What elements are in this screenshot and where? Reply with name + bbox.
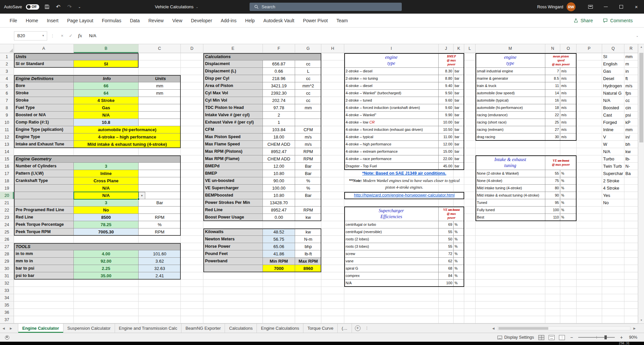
column-header-P[interactable]: P [577,44,602,53]
cell-B11[interactable]: automobile (hi-performance) [74,126,181,133]
bmep-table-row-unit[interactable]: bar [454,133,464,141]
tuning-table-row-value[interactable]: 95 [545,199,560,207]
cell-G15[interactable]: RPM [295,155,321,163]
cell-C22[interactable] [139,207,181,214]
cell-G27[interactable]: bhp [295,243,321,250]
row-header-36[interactable]: 36 [0,309,14,316]
row-header-25[interactable]: 25 [0,228,14,236]
header-info[interactable]: Info [74,75,139,82]
cell-E21[interactable]: Power Strokes Per Min [203,199,263,207]
cell-A29[interactable]: mm to in [14,258,74,265]
supercharger-table-row-value[interactable]: 55 [439,228,454,236]
row-header-19[interactable]: 19 [0,185,14,192]
piston-speed-table-row-unit[interactable]: m/s [560,68,577,75]
cell-A20[interactable] [14,192,74,199]
bmep-table-row-label[interactable]: 4-stroke – Wankel" [344,112,439,119]
cell-G6[interactable]: cc [295,90,321,97]
section-header-tools[interactable]: TOOLS [14,243,181,250]
piston-speed-table-row-label[interactable]: racing (short race) [476,119,545,126]
cell-F9[interactable]: 2 [263,112,295,119]
piston-speed-table-row-unit[interactable]: m/s [560,126,577,133]
supercharger-table-row-value[interactable]: 50 [439,236,454,243]
cell-E12[interactable]: Max Piston Speed [203,133,263,141]
bmep-table-row-value[interactable]: 22.00 [439,155,454,163]
bmep-table-row-label[interactable]: 4-stroke – Wankel" (turbocharged) [344,90,439,97]
cell-F25[interactable]: 48.52 [263,228,295,236]
piston-speed-table-row-unit[interactable]: m/s [560,112,577,119]
piston-speed-table-row-value[interactable]: 25 [545,119,560,126]
cell-Q15[interactable]: Turbo [602,155,624,163]
cell-R1[interactable]: mm [624,53,638,60]
normal-view-icon[interactable] [538,335,544,340]
tuning-table-row-unit[interactable]: % [560,185,577,192]
bmep-table-row-label[interactable]: 2-stroke – tuned [344,97,439,104]
bmep-table-row-value[interactable]: 12.00 [439,141,454,148]
bmep-table-row-label[interactable]: 4-stroke – race performance [344,155,439,163]
bmep-table-row-value[interactable]: 45.00 [439,163,454,170]
tuning-table-row-value[interactable]: 75 [545,177,560,185]
supercharger-table-row-label[interactable]: centrifugal or turbo [344,221,439,228]
cell-G22[interactable]: RPM [295,207,321,214]
cell-R12[interactable]: in/ [624,133,638,141]
cell-G21[interactable] [295,199,321,207]
cell-B28[interactable]: 4.00 [74,250,139,258]
bmep-table-row-unit[interactable]: bar [454,126,464,133]
section-header-engine-definitions[interactable]: Engine Definitions [14,75,74,82]
cell-B31[interactable]: 35.00 [74,272,139,280]
piston-speed-table-row-unit[interactable]: m/s [560,82,577,90]
piston-speed-table-row-label[interactable]: small industrial engine [476,68,545,75]
cell-R5[interactable]: m/s [624,82,638,90]
cell-C25[interactable]: RPM [139,228,181,236]
cell-G12[interactable]: m/s [295,133,321,141]
cell-Q12[interactable]: V [602,133,624,141]
active-cell-B20[interactable]: N/A [74,192,139,199]
row-header-4[interactable]: 4 [0,75,14,82]
cell-A21[interactable] [14,199,74,207]
sheet-tab-engine-calculations[interactable]: Engine Calculations [257,324,303,333]
cell-F10[interactable]: 1 [263,119,295,126]
cell-Q8[interactable]: Boosted [602,104,624,112]
cell-E9[interactable]: Intake Valve # (per cyl) [203,112,263,119]
piston-speed-table-row-unit[interactable]: m/s [560,75,577,82]
cell-G11[interactable]: CFM [295,126,321,133]
cell-A12[interactable]: Engine Type [14,133,74,141]
row-header-2[interactable]: 2 [0,60,14,68]
cell-B24[interactable]: 78.25 [74,221,139,228]
cell-R14[interactable]: kw [624,148,638,155]
cell-F23[interactable]: 0.00 [263,214,295,221]
cell-C16[interactable] [139,163,181,170]
cell-G17[interactable]: Bar [295,170,321,177]
cell-B18[interactable]: Cross Plane [74,177,139,185]
column-header-J[interactable]: J [439,44,454,53]
cell-G2[interactable]: cc [295,60,321,68]
cell-F7[interactable]: 202.74 [263,97,295,104]
cell-B25[interactable]: 7005.30 [74,228,139,236]
cell-F12[interactable]: 18.00 [263,133,295,141]
cell-B16[interactable]: 3 [74,163,139,170]
tuning-table-row-unit[interactable]: % [560,177,577,185]
vertical-scrollbar[interactable]: ▲ ▼ [638,44,644,323]
scroll-left-icon[interactable]: ◀ [490,327,496,330]
cell-A25[interactable]: Peek Torque RPM [14,228,74,236]
column-header-L[interactable]: L [464,44,476,53]
cell-Q1[interactable]: SI [602,53,624,60]
row-header-11[interactable]: 11 [0,126,14,133]
cell-C5[interactable]: mm [139,82,181,90]
supercharger-table-row-unit[interactable]: % [454,236,464,243]
cell-Q9[interactable]: Cast [602,112,624,119]
cell-F14[interactable]: 8952.47 [263,148,295,155]
supercharger-table-row-value[interactable]: 69 [439,221,454,228]
bmep-table-row-unit[interactable]: bar [454,75,464,82]
row-header-22[interactable]: 22 [0,207,14,214]
bmep-table-row-label[interactable]: 2-stroke – no tuning [344,75,439,82]
zoom-level[interactable]: 90% [628,335,641,340]
row-header-34[interactable]: 34 [0,294,14,302]
column-header-B[interactable]: B [74,44,139,53]
bmep-table-header[interactable]: enginetype [344,53,439,68]
row-header-26[interactable]: 26 [0,236,14,243]
select-all-button[interactable] [0,44,14,53]
cell-C17[interactable] [139,170,181,177]
row-header-15[interactable]: 15 [0,155,14,163]
sheet-tab-suspension-calculator[interactable]: Suspension Calculator [63,324,115,333]
cell-R7[interactable]: cc [624,97,638,104]
